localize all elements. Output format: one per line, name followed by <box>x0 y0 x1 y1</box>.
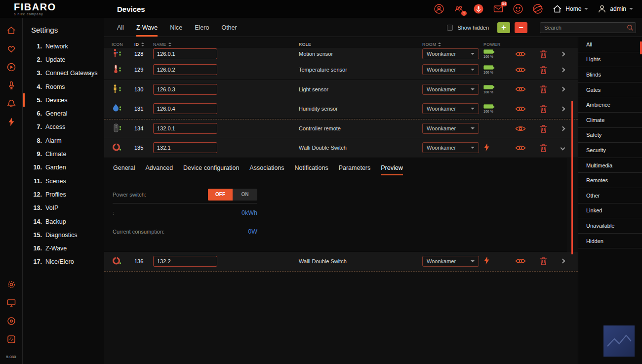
room-select[interactable]: Woonkamer <box>422 142 479 153</box>
sidebar-item[interactable]: 2. Update <box>23 53 104 66</box>
expand-chevron-icon[interactable] <box>561 106 565 111</box>
device-detail-tab[interactable]: General <box>113 164 135 175</box>
filter-item[interactable]: Gates <box>578 82 642 98</box>
table-row[interactable]: 136 Walli Double Switch Woonkamer <box>104 252 578 272</box>
delete-trash-icon[interactable] <box>540 144 547 152</box>
header-id[interactable]: ID <box>126 42 145 47</box>
expand-chevron-icon[interactable] <box>561 51 565 56</box>
sidebar-item[interactable]: 3. Connect Gateways <box>23 67 104 80</box>
device-name-input[interactable] <box>153 64 217 75</box>
delete-trash-icon[interactable] <box>540 85 547 93</box>
sidebar-item[interactable]: 4. Rooms <box>23 80 104 93</box>
device-detail-tab[interactable]: Notifications <box>295 164 328 175</box>
filter-item[interactable]: Lights <box>578 52 642 68</box>
delete-trash-icon[interactable] <box>540 105 547 113</box>
sidebar-item[interactable]: 16. Z-Wave <box>23 242 104 255</box>
sidebar-item[interactable]: 11. Scenes <box>23 174 104 188</box>
room-select[interactable]: Woonkamer <box>422 48 479 59</box>
room-select[interactable]: Woonkamer <box>422 84 479 95</box>
header-room[interactable]: ROOM <box>422 42 482 47</box>
filter-item[interactable]: Other <box>578 188 642 203</box>
media-play-icon[interactable] <box>6 62 16 72</box>
room-select[interactable]: Woonkamer <box>422 103 479 114</box>
sidebar-item[interactable]: 7. Access <box>23 121 104 134</box>
visibility-eye-icon[interactable] <box>515 86 526 92</box>
visibility-eye-icon[interactable] <box>515 145 526 151</box>
device-type-tab[interactable]: Z-Wave <box>136 18 158 37</box>
user-alert-icon[interactable] <box>434 3 444 14</box>
device-name-input[interactable] <box>153 142 217 153</box>
filter-item[interactable]: Unavailable <box>578 218 642 234</box>
room-select[interactable]: Woonkamer <box>422 123 479 134</box>
user-menu[interactable]: admin <box>597 4 633 14</box>
filter-item[interactable]: Security <box>578 143 642 158</box>
filter-item[interactable]: Blinds <box>578 67 642 82</box>
visibility-eye-icon[interactable] <box>515 258 526 264</box>
favorites-heart-icon[interactable] <box>6 44 16 54</box>
sidebar-item[interactable]: 13. VoIP <box>23 202 104 215</box>
delete-trash-icon[interactable] <box>540 124 547 133</box>
filter-item[interactable]: All <box>578 37 642 52</box>
collapse-chevron-icon[interactable] <box>561 145 565 150</box>
network-disc-icon[interactable] <box>6 316 16 326</box>
device-type-tab[interactable]: Elero <box>195 18 209 37</box>
device-name-input[interactable] <box>153 84 217 95</box>
device-type-tab[interactable]: Nice <box>170 18 182 37</box>
voice-icon[interactable] <box>473 3 484 14</box>
home-icon[interactable] <box>6 26 16 36</box>
device-type-tab[interactable]: Other <box>221 18 237 37</box>
expand-chevron-icon[interactable] <box>561 67 565 72</box>
device-name-input[interactable] <box>153 123 217 134</box>
visibility-eye-icon[interactable] <box>515 106 526 112</box>
filter-item[interactable]: Multimedia <box>578 158 642 173</box>
device-detail-tab[interactable]: Parameters <box>339 164 371 175</box>
header-name[interactable]: NAME <box>145 42 299 47</box>
mood-icon[interactable] <box>513 3 523 14</box>
device-detail-tab[interactable]: Associations <box>249 164 284 175</box>
expand-chevron-icon[interactable] <box>561 126 565 131</box>
show-hidden-checkbox[interactable] <box>447 25 453 31</box>
table-row[interactable]: 129 Temperature sensor Woonkamer 100 % <box>104 60 578 80</box>
filter-item[interactable]: Safety <box>578 128 642 143</box>
delete-trash-icon[interactable] <box>540 66 547 74</box>
visibility-eye-icon[interactable] <box>515 51 526 57</box>
mail-icon[interactable]: 54 <box>493 3 504 14</box>
search-input[interactable] <box>540 22 636 33</box>
delete-trash-icon[interactable] <box>540 50 547 58</box>
settings-gear-icon[interactable] <box>6 280 16 289</box>
table-row[interactable]: 130 Light sensor Woonkamer 100 % <box>104 80 578 100</box>
sidebar-item[interactable]: 10. Garden <box>23 161 104 174</box>
device-name-input[interactable] <box>153 256 217 267</box>
room-select[interactable]: Woonkamer <box>422 256 479 267</box>
service-gear-icon[interactable] <box>6 334 16 344</box>
sidebar-item[interactable]: 9. Climate <box>23 147 104 161</box>
device-name-input[interactable] <box>153 48 217 59</box>
table-row[interactable]: 134 Controller remote Woonkamer <box>104 119 578 139</box>
device-type-tab[interactable]: All <box>117 18 124 37</box>
device-detail-tab[interactable]: Preview <box>381 164 402 175</box>
filter-item[interactable]: Remotes <box>578 173 642 188</box>
display-monitor-icon[interactable] <box>6 298 16 308</box>
expand-chevron-icon[interactable] <box>561 259 565 264</box>
filter-item[interactable]: Ambience <box>578 97 642 113</box>
device-name-input[interactable] <box>153 103 217 114</box>
sidebar-item[interactable]: 5. Devices <box>23 93 104 107</box>
filter-item[interactable]: Hidden <box>578 234 642 249</box>
filter-item[interactable]: Climate <box>578 113 642 128</box>
room-select[interactable]: Woonkamer <box>422 64 479 75</box>
sidebar-item[interactable]: 14. Backup <box>23 215 104 228</box>
sidebar-item[interactable]: 12. Profiles <box>23 188 104 201</box>
table-scrollbar[interactable] <box>571 101 573 254</box>
sidebar-item[interactable]: 6. General <box>23 107 104 120</box>
alarm-bell-icon[interactable] <box>6 99 16 109</box>
sidebar-item[interactable]: 8. Alarm <box>23 134 104 147</box>
sidebar-item[interactable]: 1. Network <box>23 40 104 53</box>
table-row[interactable]: 135 Walli Double Switch Woonkamer <box>104 138 578 158</box>
delete-trash-icon[interactable] <box>540 257 547 265</box>
home-selector[interactable]: Home <box>552 4 588 14</box>
table-row[interactable]: 128 Motion sensor Woonkamer 100 % <box>104 48 578 60</box>
power-off-button[interactable]: OFF <box>208 189 233 201</box>
visibility-eye-icon[interactable] <box>515 67 526 73</box>
device-detail-tab[interactable]: Advanced <box>145 164 173 175</box>
add-device-button[interactable]: + <box>497 22 510 33</box>
